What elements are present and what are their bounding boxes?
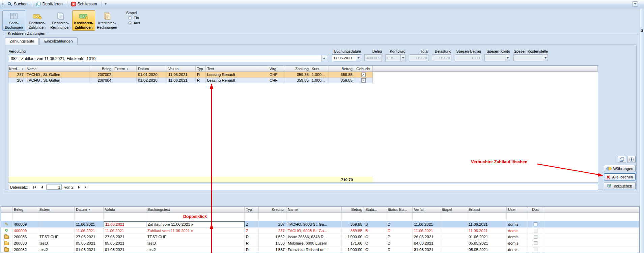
record-number-input[interactable] bbox=[46, 185, 62, 190]
waehrungen-button[interactable]: Währungen bbox=[604, 165, 636, 172]
gebucht-checkbox[interactable]: ✓ bbox=[361, 73, 366, 77]
nav-debitoren-rechnungen-button[interactable]: Debitoren- Rechnungen bbox=[49, 10, 72, 31]
nav-kreditoren-zahlungen-button[interactable]: Kreditoren- Zahlungen bbox=[72, 10, 95, 31]
schliessen-button[interactable]: Schliessen bbox=[69, 1, 100, 8]
column-header-valuta[interactable]: Valuta bbox=[167, 66, 196, 72]
document-row[interactable]: 40000911.06.202111.06.2021Zahllauf vom 1… bbox=[1, 221, 639, 228]
column-header-datum[interactable]: Datum▼ bbox=[75, 207, 104, 213]
doc-checkbox[interactable] bbox=[534, 222, 537, 226]
toolbar-grip[interactable] bbox=[2, 2, 3, 7]
payment-parameter-fields: Buchungsdatum11.06.2021Beleg400 009Konto… bbox=[332, 49, 548, 61]
collapsed-side-panel[interactable]: S bbox=[640, 9, 644, 253]
cell-status: O bbox=[364, 240, 386, 246]
doc-checkbox[interactable] bbox=[534, 248, 537, 251]
doc-checkbox[interactable] bbox=[534, 241, 537, 245]
banknote-icon bbox=[78, 12, 89, 21]
column-header-buchungstext[interactable]: Buchungstext bbox=[146, 207, 245, 213]
column-header-wrg[interactable]: Wrg bbox=[268, 66, 285, 72]
column-header-extern[interactable]: Extern bbox=[38, 207, 75, 213]
nav-sach-buchungen-button[interactable]: Sach- Buchungen bbox=[2, 10, 25, 31]
customize-toolbar-icon[interactable] bbox=[633, 1, 638, 7]
first-record-button[interactable] bbox=[32, 185, 38, 190]
column-header-betrag[interactable]: Betrag bbox=[329, 66, 354, 72]
filter-cell-typ[interactable] bbox=[245, 213, 259, 221]
filter-cell-status_bu[interactable] bbox=[386, 213, 413, 221]
column-header-verfall[interactable]: Verfall bbox=[413, 207, 440, 213]
column-header-datum[interactable]: Datum bbox=[137, 66, 167, 72]
filter-cell-kreditor[interactable] bbox=[259, 213, 286, 221]
last-record-button[interactable] bbox=[83, 185, 89, 190]
documents-button[interactable] bbox=[618, 156, 626, 163]
stapel-ein-radio[interactable]: Ein bbox=[128, 16, 140, 20]
document-row[interactable]: 200032test201.05.202101.05.2021test2R1'5… bbox=[1, 247, 639, 253]
filter-cell-icon[interactable] bbox=[1, 213, 12, 221]
document-row[interactable]: 200033test305.05.202105.05.2021test3R1'5… bbox=[1, 240, 639, 247]
cell-beleg: 200032 bbox=[12, 247, 38, 253]
document-row[interactable]: 40000911.06.202111.06.2021Zahllauf vom 1… bbox=[1, 228, 639, 234]
alle-loeschen-button[interactable]: Alle löschen bbox=[604, 173, 636, 180]
chevron-down-icon[interactable] bbox=[356, 55, 361, 61]
prev-record-button[interactable] bbox=[39, 185, 45, 190]
stapel-aus-radio[interactable]: Aus bbox=[128, 21, 140, 25]
cell-extern: TEST CHF bbox=[38, 234, 75, 240]
suchen-button[interactable]: Suchen bbox=[5, 1, 31, 8]
toolbar-overflow-icon[interactable] bbox=[103, 1, 108, 8]
tab-einzelzahlungen[interactable]: Einzelzahlungen bbox=[39, 37, 77, 45]
document-row[interactable]: 200036TEST CHF27.05.202127.05.2021TEST C… bbox=[1, 234, 639, 240]
filter-cell-erfasst[interactable] bbox=[467, 213, 507, 221]
column-header-kurs[interactable]: Kurs bbox=[310, 66, 329, 72]
column-header-name[interactable]: Name bbox=[286, 207, 342, 213]
filter-cell-valuta[interactable] bbox=[104, 213, 146, 221]
column-header-stapel[interactable]: Stapel bbox=[440, 207, 467, 213]
verbuchen-button[interactable]: Verbuchen bbox=[604, 182, 636, 189]
column-header-name[interactable]: Name bbox=[25, 66, 89, 72]
zahllauf-combobox[interactable]: 382 - Zahllauf von 11.06.2021, Fibukonto… bbox=[9, 55, 327, 62]
cell-status_bu: P bbox=[386, 234, 413, 240]
filter-cell-doc[interactable] bbox=[528, 213, 543, 221]
column-header-gebucht[interactable]: Gebucht bbox=[354, 66, 373, 72]
column-header-user[interactable]: User bbox=[507, 207, 528, 213]
nav-label-line2: Rechnungen bbox=[97, 25, 117, 30]
filter-cell-verfall[interactable] bbox=[413, 213, 440, 221]
column-header-valuta[interactable]: Valuta bbox=[104, 207, 146, 213]
filter-cell-status[interactable] bbox=[364, 213, 386, 221]
suchen-button-label: Suchen bbox=[14, 2, 28, 6]
column-header-text[interactable]: Text bbox=[206, 66, 268, 72]
filter-cell-extern[interactable] bbox=[38, 213, 75, 221]
column-header-beleg[interactable]: Beleg bbox=[12, 207, 38, 213]
column-header-betrag[interactable]: Betrag bbox=[342, 207, 364, 213]
column-header-kred[interactable]: Kred...▲ bbox=[8, 66, 25, 72]
gebucht-checkbox[interactable]: ✓ bbox=[361, 78, 366, 83]
filter-cell-user[interactable] bbox=[507, 213, 528, 221]
info-button[interactable] bbox=[627, 156, 636, 163]
filter-cell-betrag[interactable] bbox=[342, 213, 364, 221]
column-header-kreditor[interactable]: Kreditor bbox=[259, 207, 286, 213]
filter-cell-beleg[interactable] bbox=[12, 213, 38, 221]
column-header-extern[interactable]: Extern▲ bbox=[113, 66, 137, 72]
column-header-typ[interactable]: Typ bbox=[196, 66, 206, 72]
cell-erfasst: 05.05.2021 bbox=[467, 240, 507, 246]
buchungsdatum-input[interactable]: 11.06.2021 bbox=[332, 54, 361, 61]
chevron-down-icon[interactable] bbox=[321, 55, 327, 62]
cell-beleg: 400009 bbox=[12, 221, 38, 227]
filter-cell-datum[interactable] bbox=[75, 213, 104, 221]
column-header-icon[interactable] bbox=[1, 207, 12, 213]
column-header-doc[interactable]: Doc bbox=[528, 207, 543, 213]
column-header-status_bu[interactable]: Status Bu... bbox=[386, 207, 413, 213]
column-header-zahlung[interactable]: Zahlung bbox=[285, 66, 310, 72]
column-header-typ[interactable]: Typ bbox=[245, 207, 259, 213]
doc-checkbox[interactable] bbox=[534, 235, 537, 239]
column-header-beleg[interactable]: Beleg bbox=[89, 66, 113, 72]
next-record-button[interactable] bbox=[76, 185, 82, 190]
doc-checkbox[interactable] bbox=[534, 229, 537, 232]
column-header-erfasst[interactable]: Erfasst bbox=[467, 207, 507, 213]
zahllauf-position-row[interactable]: 287TACHO , St. Gallen200'00201.01.202011… bbox=[8, 72, 373, 78]
column-header-status[interactable]: Statu... bbox=[364, 207, 386, 213]
zahllauf-position-row[interactable]: 287TACHO , St. Gallen200'00401.02.202011… bbox=[8, 78, 373, 83]
tab-zahlungslaeufe[interactable]: Zahlungsläufe bbox=[5, 37, 39, 45]
nav-debitoren-zahlungen-button[interactable]: Debitoren- Zahlungen bbox=[26, 10, 49, 31]
filter-cell-name[interactable] bbox=[286, 213, 342, 221]
duplizieren-button[interactable]: Duplizieren bbox=[34, 1, 66, 8]
filter-cell-stapel[interactable] bbox=[440, 213, 467, 221]
nav-kreditoren-rechnungen-button[interactable]: Kreditoren- Rechnungen bbox=[95, 10, 118, 31]
